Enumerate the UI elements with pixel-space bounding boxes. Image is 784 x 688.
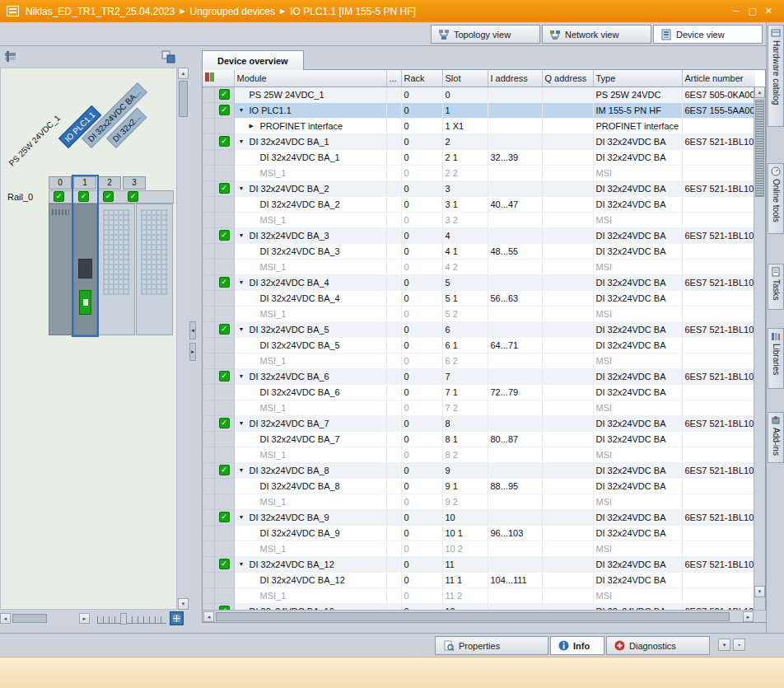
- tab-add-ins[interactable]: Add-ins: [768, 412, 784, 463]
- device-overview-tab[interactable]: Device overview: [202, 50, 304, 70]
- panel-splitter[interactable]: ◄ ►: [189, 46, 196, 633]
- table-row[interactable]: DI 32x24VDC BA_5 0 6 1 64...71 DI 32x24V…: [203, 337, 755, 353]
- scrollbar-thumb[interactable]: [755, 100, 764, 197]
- scroll-up-icon[interactable]: ▲: [178, 68, 189, 79]
- table-row[interactable]: DI 32x24VDC BA_2 0 3 1 40...47 DI 32x24V…: [203, 196, 755, 212]
- expander-icon[interactable]: ▼: [239, 467, 250, 473]
- table-row[interactable]: ✓ ▼ IO PLC1.1 0 1 IM 155-5 PN HF 6ES7 15…: [203, 102, 755, 118]
- canvas-vertical-scrollbar[interactable]: ▲ ▼: [178, 68, 189, 610]
- module-cell[interactable]: DI 32x24VDC BA_7: [234, 431, 386, 447]
- breadcrumb-ungrouped-devices[interactable]: Ungrouped devices: [190, 6, 275, 17]
- slot-number-1[interactable]: 1: [73, 176, 96, 190]
- table-row[interactable]: ✓ ▼ DI 32x24VDC BA_12 0 11 DI 32x24VDC B…: [203, 556, 755, 572]
- module-cell[interactable]: ▼ DI 32x24VDC BA_1: [234, 133, 386, 149]
- module-cell[interactable]: ▼ DI 32x24VDC BA_2: [234, 180, 386, 196]
- module-cell[interactable]: PS 25W 24VDC_1: [234, 87, 386, 102]
- scroll-right-icon[interactable]: ►: [743, 611, 754, 622]
- column-header-article-number[interactable]: Article number: [682, 70, 755, 87]
- module-graphic-di2[interactable]: [136, 204, 173, 335]
- table-row[interactable]: ✓ ▼ DI 32x24VDC BA_6 0 7 DI 32x24VDC BA …: [203, 368, 755, 384]
- module-cell[interactable]: ▼ DI 32x24VDC BA_8: [234, 462, 386, 478]
- module-cell[interactable]: MSI_1: [234, 165, 386, 180]
- module-graphic-ps[interactable]: [49, 204, 72, 335]
- table-row[interactable]: DI 32x24VDC BA_7 0 8 1 80...87 DI 32x24V…: [203, 431, 755, 447]
- table-row[interactable]: ✓ ▼ DI 32x24VDC BA_5 0 6 DI 32x24VDC BA …: [203, 321, 755, 337]
- minimize-icon[interactable]: ─: [734, 7, 740, 16]
- tab-info[interactable]: Info: [550, 636, 604, 655]
- restore-icon[interactable]: ▢: [748, 7, 756, 16]
- scrollbar-thumb[interactable]: [179, 81, 188, 117]
- column-header-i-address[interactable]: I address: [488, 70, 542, 87]
- module-cell[interactable]: ▼ DI 32x24VDC BA_12: [234, 556, 386, 572]
- expander-icon[interactable]: ▼: [239, 561, 250, 567]
- diagram-toggle-icon[interactable]: [161, 50, 175, 63]
- module-cell[interactable]: ▼ DI 32x24VDC BA_5: [234, 321, 386, 337]
- slot-number-2[interactable]: 2: [98, 176, 121, 190]
- module-cell[interactable]: DI 32x24VDC BA_1: [234, 149, 386, 165]
- module-cell[interactable]: DI 32x24VDC BA_5: [234, 337, 386, 353]
- canvas-horizontal-scrollbar[interactable]: ◄ ►: [0, 613, 91, 625]
- module-label-ps[interactable]: PS 25W 24VDC_1: [3, 110, 65, 171]
- device-config-icon[interactable]: [4, 50, 17, 63]
- expander-icon[interactable]: ▼: [239, 420, 250, 426]
- table-row[interactable]: MSI_1 0 8 2 MSI: [203, 447, 755, 462]
- table-row[interactable]: ✓ ▼ DI 32x24VDC BA_9 0 10 DI 32x24VDC BA…: [203, 509, 755, 525]
- table-row[interactable]: MSI_1 0 7 2 MSI: [203, 400, 755, 415]
- expander-icon[interactable]: ▼: [239, 185, 250, 191]
- scroll-down-icon[interactable]: ▼: [754, 586, 765, 597]
- column-header-rack[interactable]: Rack: [401, 70, 442, 87]
- tab-topology-view[interactable]: Topology view: [431, 25, 540, 44]
- tab-tasks[interactable]: Tasks: [768, 264, 784, 310]
- breadcrumb-project[interactable]: Niklas_ED_TR1_TR2_25.04.2023: [26, 6, 175, 17]
- scrollbar-thumb[interactable]: [216, 612, 730, 621]
- module-cell[interactable]: ▼ DI 32x24VDC BA_3: [234, 227, 386, 243]
- table-horizontal-scrollbar[interactable]: ◄ ►: [203, 610, 767, 622]
- scroll-up-icon[interactable]: ▲: [754, 87, 765, 98]
- table-row[interactable]: MSI_1 0 9 2 MSI: [203, 494, 755, 509]
- table-row[interactable]: ✓ ▼ DI 32x24VDC BA_2 0 3 DI 32x24VDC BA …: [203, 180, 755, 196]
- column-header-q-address[interactable]: Q address: [542, 70, 593, 87]
- zoom-slider-handle[interactable]: [120, 613, 127, 625]
- tab-device-view[interactable]: Device view: [653, 25, 763, 44]
- module-graphic-im[interactable]: [73, 204, 97, 335]
- expander-icon[interactable]: ▶: [250, 123, 260, 129]
- module-cell[interactable]: ▶ PROFINET interface: [234, 118, 386, 133]
- expander-icon[interactable]: ▼: [239, 279, 250, 285]
- fit-to-view-icon[interactable]: [170, 611, 184, 625]
- table-row[interactable]: DI 32x24VDC BA_9 0 10 1 96...103 DI 32x2…: [203, 525, 755, 541]
- scroll-left-icon[interactable]: ◄: [203, 611, 214, 622]
- table-row[interactable]: MSI_1 0 10 2 MSI: [203, 541, 755, 556]
- expander-icon[interactable]: ▼: [239, 373, 250, 379]
- column-header-module[interactable]: Module: [234, 70, 386, 87]
- module-cell[interactable]: MSI_1: [234, 541, 386, 556]
- collapse-left-icon[interactable]: ◄: [189, 321, 196, 339]
- table-row[interactable]: MSI_1 0 3 2 MSI: [203, 212, 755, 227]
- module-cell[interactable]: MSI_1: [234, 259, 386, 274]
- scroll-down-icon[interactable]: ▼: [178, 598, 189, 610]
- inspector-dock-icon[interactable]: ▾: [718, 639, 730, 651]
- table-row[interactable]: MSI_1 0 5 2 MSI: [203, 306, 755, 321]
- table-row[interactable]: DI 32x24VDC BA_3 0 4 1 48...55 DI 32x24V…: [203, 243, 755, 259]
- table-row[interactable]: ✓ ▼ DI 32x24VDC BA_4 0 5 DI 32x24VDC BA …: [203, 274, 755, 290]
- module-status-header[interactable]: [203, 70, 234, 87]
- breadcrumb-device[interactable]: IO PLC1.1 [IM 155-5 PN HF]: [290, 6, 416, 17]
- table-row[interactable]: DI 32x24VDC BA_4 0 5 1 56...63 DI 32x24V…: [203, 290, 755, 306]
- tab-online-tools[interactable]: Online tools: [768, 163, 784, 234]
- table-row[interactable]: ✓ ▼ DI 32x24VDC BA_7 0 8 DI 32x24VDC BA …: [203, 415, 755, 431]
- table-row[interactable]: MSI_1 0 11 2 MSI: [203, 587, 755, 603]
- table-row[interactable]: MSI_1 0 2 2 MSI: [203, 165, 755, 180]
- column-header-dots[interactable]: ...: [386, 70, 401, 87]
- module-cell[interactable]: ▼ DI 32x24VDC BA_9: [234, 509, 386, 525]
- table-row[interactable]: DI 32x24VDC BA_8 0 9 1 88...95 DI 32x24V…: [203, 478, 755, 494]
- table-row[interactable]: ▶ PROFINET interface 0 1 X1 PROFINET int…: [203, 118, 755, 133]
- module-graphic-di1[interactable]: [98, 204, 135, 335]
- table-row[interactable]: DI 32x24VDC BA_1 0 2 1 32...39 DI 32x24V…: [203, 149, 755, 165]
- tab-libraries[interactable]: Libraries: [768, 328, 784, 389]
- module-cell[interactable]: MSI_1: [234, 212, 386, 227]
- tab-diagnostics[interactable]: Diagnostics: [606, 636, 710, 655]
- module-cell[interactable]: DI 32x24VDC BA_9: [234, 525, 386, 541]
- table-row[interactable]: ✓ PS 25W 24VDC_1 0 0 PS 25W 24VDC 6ES7 5…: [203, 87, 755, 102]
- device-canvas[interactable]: PS 25W 24VDC_1 IO PLC1.1 DI 32x24VDC BA.…: [0, 68, 177, 610]
- module-cell[interactable]: ▼ DI 32x24VDC BA_4: [234, 274, 386, 290]
- module-cell[interactable]: MSI_1: [234, 587, 386, 603]
